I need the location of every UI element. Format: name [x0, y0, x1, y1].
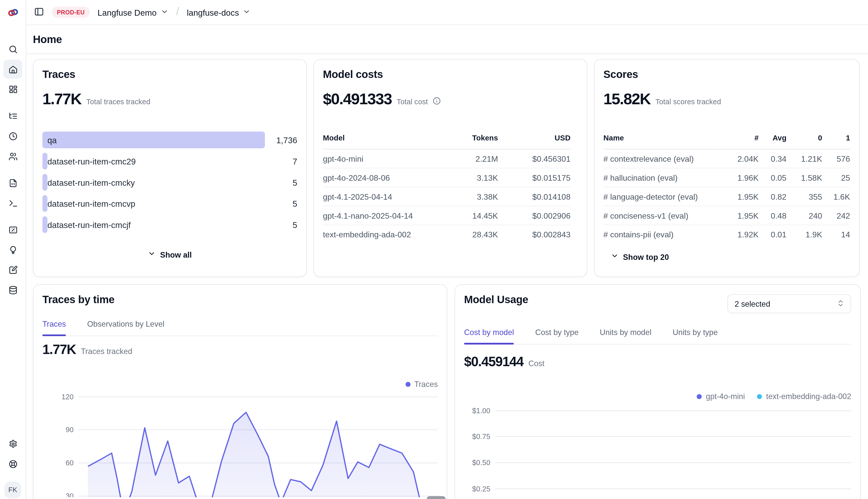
traces-tracked: 1.77K [42, 342, 76, 357]
project-switcher[interactable]: langfuse-docs [187, 8, 251, 17]
topbar: PROD-EU Langfuse Demo / langfuse-docs [26, 0, 868, 25]
table-header-row: Name#Avg01 [603, 134, 850, 149]
sidebar: FK [0, 0, 26, 499]
bar-value: 5 [265, 199, 297, 208]
trace-bar-row: dataset-run-item-cmcvp5 [42, 195, 297, 212]
annotation-icon [8, 265, 17, 274]
table-cell: 1.58K [786, 168, 822, 187]
sidebar-toggle-button[interactable] [34, 6, 44, 18]
show-all-button[interactable]: Show all [148, 250, 192, 259]
ideas-icon [8, 245, 17, 254]
sidebar-item-sessions[interactable] [3, 126, 22, 146]
bar-label: qa [47, 132, 57, 148]
usage-cost: $0.459144 [464, 354, 523, 370]
trace-bar-row: dataset-run-item-cmc297 [42, 153, 297, 170]
breadcrumb-separator: / [176, 5, 179, 18]
tracing-icon [8, 111, 17, 120]
table-cell: gpt-4.1-2025-04-14 [323, 187, 431, 206]
scores-card: Scores 15.82K Total scores tracked Name#… [594, 59, 860, 277]
project-name: langfuse-docs [187, 8, 239, 17]
bar-zone: dataset-run-item-cmcvp [42, 195, 265, 212]
table-row: # conciseness-v1 (eval)1.95K0.48240242 [603, 206, 850, 225]
show-top-20-button[interactable]: Show top 20 [611, 252, 669, 261]
environment-badge[interactable]: PROD-EU [52, 7, 90, 18]
settings-icon [8, 439, 17, 448]
table-row: text-embedding-ada-00228.43K$0.002843 [323, 225, 570, 244]
table-cell: 1.95K [720, 187, 759, 206]
bar-value: 5 [265, 178, 297, 187]
tab-cost-by-model[interactable]: Cost by model [464, 328, 514, 344]
org-switcher[interactable]: Langfuse Demo [97, 8, 168, 17]
svg-text:$0.25: $0.25 [472, 485, 490, 493]
tab-traces[interactable]: Traces [42, 319, 66, 336]
bar-value: 7 [265, 156, 297, 166]
sidebar-item-dashboards[interactable] [3, 80, 22, 99]
model-select[interactable]: 2 selected [727, 294, 851, 313]
avatar[interactable]: FK [4, 482, 21, 498]
panel-left-icon [34, 6, 44, 18]
sidebar-nav [0, 25, 26, 300]
table-cell: # conciseness-v1 (eval) [603, 206, 720, 225]
usage-cost-label: Cost [528, 359, 544, 368]
sidebar-item-search[interactable] [3, 39, 22, 59]
sidebar-bottom: FK [3, 434, 22, 499]
sidebar-item-annotation[interactable] [3, 260, 22, 279]
show-top-20-label: Show top 20 [623, 252, 669, 261]
page-header: Home [26, 25, 868, 54]
table-cell: 1.95K [720, 206, 759, 225]
table-cell: $0.456301 [498, 149, 570, 168]
langfuse-logo [0, 0, 26, 25]
table-cell: 28.43K [431, 225, 498, 244]
model-usage-chart: $1.00$0.75$0.50$0.25 [464, 402, 851, 494]
column-header: 0 [786, 134, 822, 149]
card-title: Traces by time [42, 294, 438, 306]
sidebar-item-evaluation[interactable] [3, 220, 22, 239]
scores-total-label: Total scores tracked [656, 98, 721, 106]
model-usage-tabs: Cost by modelCost by typeUnits by modelU… [464, 328, 851, 344]
bar-fill [42, 153, 47, 170]
table-cell: gpt-4o-mini [323, 149, 431, 168]
card-title: Traces [42, 69, 297, 81]
table-row: gpt-4.1-nano-2025-04-1414.45K$0.002906 [323, 206, 570, 225]
tab-observations-by-level[interactable]: Observations by Level [87, 319, 164, 336]
table-cell: # contextrelevance (eval) [603, 149, 720, 168]
sidebar-item-tracing[interactable] [3, 107, 22, 125]
sidebar-item-settings[interactable] [3, 434, 22, 453]
table-cell: 14 [822, 225, 850, 244]
bar-fill [42, 216, 47, 233]
legend-dot [697, 394, 702, 399]
bar-fill [42, 174, 47, 191]
bar-zone: dataset-run-item-cmcky [42, 174, 265, 191]
svg-text:90: 90 [66, 426, 74, 434]
support-icon [8, 459, 17, 468]
table-cell: # contains-pii (eval) [603, 225, 720, 244]
table-cell: $0.015175 [498, 168, 570, 187]
sidebar-item-users[interactable] [3, 146, 22, 166]
column-header: 1 [822, 134, 850, 149]
tab-units-by-model[interactable]: Units by model [600, 328, 652, 344]
table-cell: 0.05 [759, 168, 786, 187]
sidebar-item-home[interactable] [3, 60, 22, 79]
sidebar-item-prompts[interactable] [3, 173, 22, 192]
svg-text:60: 60 [66, 459, 74, 467]
table-cell: 1.21K [786, 149, 822, 168]
legend-dot [405, 381, 411, 387]
tab-units-by-type[interactable]: Units by type [673, 328, 717, 344]
sidebar-item-datasets[interactable] [3, 280, 22, 299]
chevron-down-icon [160, 8, 168, 17]
legend-item: gpt-4o-mini [697, 392, 745, 401]
traces-tracked-label: Traces tracked [81, 347, 132, 355]
sidebar-item-ideas[interactable] [3, 240, 22, 259]
horizontal-scrollbar-thumb[interactable] [427, 496, 445, 499]
bar-zone: qa [42, 132, 265, 148]
chevron-down-icon [611, 252, 619, 261]
legend-item: Traces [405, 380, 438, 388]
info-icon[interactable] [433, 97, 441, 107]
column-header: USD [498, 134, 570, 149]
bar-zone: dataset-run-item-cmcjf [42, 216, 265, 233]
sidebar-item-playground[interactable] [3, 193, 22, 212]
column-header: Model [323, 134, 431, 149]
table-header-row: ModelTokensUSD [323, 134, 570, 149]
sidebar-item-support[interactable] [3, 454, 22, 473]
tab-cost-by-type[interactable]: Cost by type [535, 328, 579, 344]
